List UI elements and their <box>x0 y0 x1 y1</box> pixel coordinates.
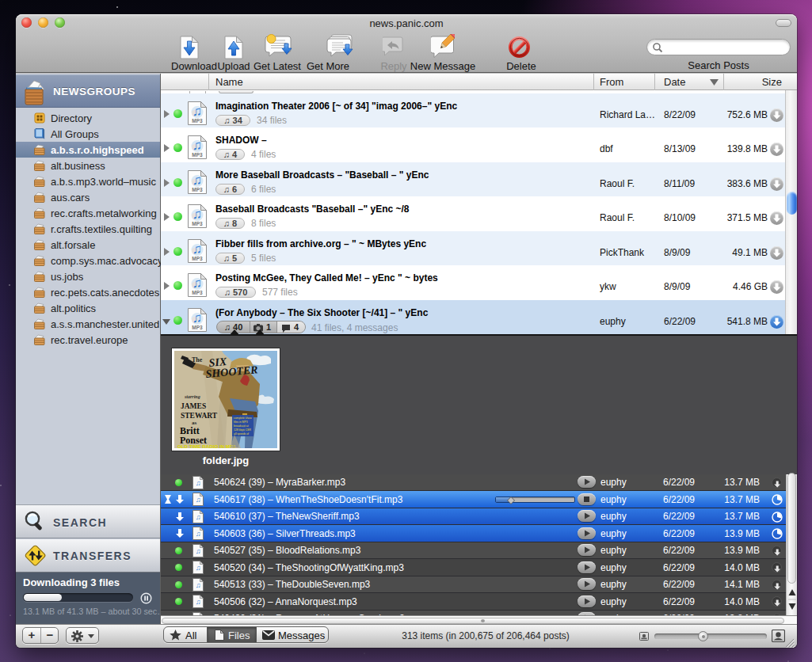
svg-text:starring: starring <box>184 394 200 399</box>
svg-text:♫: ♫ <box>196 530 201 538</box>
svg-text:♫: ♫ <box>193 276 203 291</box>
svg-text:files in MP3: files in MP3 <box>234 420 248 424</box>
svg-text:MP3: MP3 <box>192 256 203 261</box>
svg-text:complete show: complete show <box>234 417 252 420</box>
svg-text:JAMES: JAMES <box>181 402 206 410</box>
svg-text:STEWART: STEWART <box>181 412 218 420</box>
svg-text:MP3: MP3 <box>192 152 203 158</box>
svg-text:♫: ♫ <box>196 547 201 555</box>
svg-text:♫: ♫ <box>193 138 203 153</box>
svg-text:OLD TIME RADIO IN MP3: OLD TIME RADIO IN MP3 <box>177 443 236 448</box>
svg-text:♫: ♫ <box>193 207 203 222</box>
svg-text:♫: ♫ <box>193 173 203 188</box>
svg-text:♫: ♫ <box>193 242 203 257</box>
svg-text:MP3: MP3 <box>192 290 203 295</box>
svg-text:♫: ♫ <box>196 581 201 589</box>
svg-text:MP3: MP3 <box>192 118 203 124</box>
svg-text:♫: ♫ <box>193 310 203 325</box>
svg-text:broadcast at: broadcast at <box>234 424 249 428</box>
svg-text:128 kbps CBR: 128 kbps CBR <box>234 428 251 432</box>
svg-text:♫: ♫ <box>196 496 201 504</box>
svg-text:♫: ♫ <box>196 479 201 487</box>
svg-text:♫: ♫ <box>193 104 203 119</box>
svg-text:♫: ♫ <box>196 564 201 572</box>
svg-text:MP3: MP3 <box>192 325 203 330</box>
svg-text:♫: ♫ <box>196 598 201 606</box>
svg-text:all speeds of: all speeds of <box>234 432 249 436</box>
svg-text:♫: ♫ <box>196 513 201 521</box>
svg-text:MP3: MP3 <box>192 221 203 226</box>
svg-text:MP3: MP3 <box>192 187 203 192</box>
